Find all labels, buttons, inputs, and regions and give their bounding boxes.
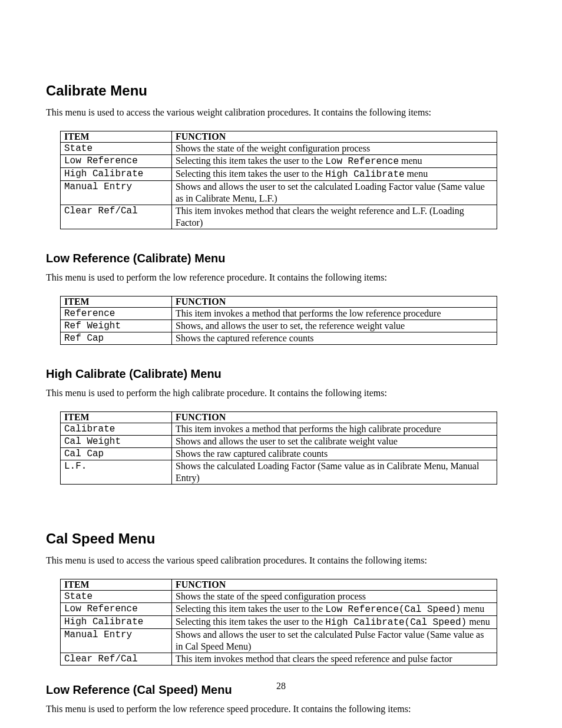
table-header-row: ITEM FUNCTION [61, 297, 497, 308]
function-cell: Shows, and allows the user to set, the r… [172, 320, 497, 332]
item-cell: Ref Cap [61, 332, 172, 345]
function-cell: This item invokes a method that performs… [172, 423, 497, 436]
section-heading: Cal Speed Menu [46, 531, 516, 547]
table-header-row: ITEM FUNCTION [61, 131, 497, 143]
col-function: FUNCTION [172, 297, 497, 308]
table-row: Clear Ref/CalThis item invokes method th… [61, 653, 497, 666]
mono-reference: Low Reference [325, 156, 399, 167]
table-row: Manual EntryShows and allows the user to… [61, 629, 497, 653]
mono-reference: High Calibrate [325, 169, 404, 180]
item-cell: State [61, 143, 172, 155]
function-cell: Selecting this item takes the user to th… [172, 616, 497, 629]
function-cell: Selecting this item takes the user to th… [172, 168, 497, 181]
function-cell: Shows and allows the user to set the cal… [172, 181, 497, 205]
item-cell: Ref Weight [61, 320, 172, 332]
item-cell: Calibrate [61, 423, 172, 436]
page-number: 28 [0, 681, 562, 691]
item-cell: Reference [61, 308, 172, 320]
table-row: High CalibrateSelecting this item takes … [61, 168, 497, 181]
col-item: ITEM [61, 297, 172, 308]
item-cell: Cal Weight [61, 436, 172, 448]
table-body: StateShows the state of the speed config… [61, 591, 497, 666]
table-body: ReferenceThis item invokes a method that… [61, 308, 497, 345]
item-cell: Low Reference [61, 155, 172, 168]
table-row: L.F.Shows the calculated Loading Factor … [61, 460, 497, 485]
table-row: Manual EntryShows and allows the user to… [61, 181, 497, 205]
function-cell: This item invokes a method that performs… [172, 308, 497, 320]
table-header-row: ITEM FUNCTION [61, 579, 497, 591]
high-calibrate-table: ITEM FUNCTION CalibrateThis item invokes… [60, 411, 497, 485]
function-cell: Shows the captured reference counts [172, 332, 497, 345]
section-intro: This menu is used to perform the low ref… [46, 272, 516, 283]
col-item: ITEM [61, 579, 172, 591]
function-cell: Selecting this item takes the user to th… [172, 155, 497, 168]
item-cell: Low Reference [61, 603, 172, 616]
function-cell: This item invokes method that clears the… [172, 205, 497, 229]
table-row: StateShows the state of the speed config… [61, 591, 497, 603]
table-row: Low ReferenceSelecting this item takes t… [61, 155, 497, 168]
low-reference-calibrate-table: ITEM FUNCTION ReferenceThis item invokes… [60, 296, 497, 345]
item-cell: Manual Entry [61, 629, 172, 653]
table-row: Ref WeightShows, and allows the user to … [61, 320, 497, 332]
section-intro: This menu is used to access the various … [46, 555, 516, 566]
table-row: StateShows the state of the weight confi… [61, 143, 497, 155]
item-cell: Clear Ref/Cal [61, 653, 172, 666]
section-intro: This menu is used to perform the low ref… [46, 704, 516, 714]
function-cell: Shows and allows the user to set the cal… [172, 436, 497, 448]
function-cell: Selecting this item takes the user to th… [172, 603, 497, 616]
item-cell: Manual Entry [61, 181, 172, 205]
table-row: High CalibrateSelecting this item takes … [61, 616, 497, 629]
table-body: StateShows the state of the weight confi… [61, 143, 497, 229]
section-heading: Low Reference (Calibrate) Menu [46, 252, 516, 265]
item-cell: High Calibrate [61, 616, 172, 629]
function-cell: Shows the raw captured calibrate counts [172, 448, 497, 460]
col-item: ITEM [61, 412, 172, 423]
function-cell: Shows the state of the weight configurat… [172, 143, 497, 155]
cal-speed-menu-table: ITEM FUNCTION StateShows the state of th… [60, 579, 497, 666]
section-heading: High Calibrate (Calibrate) Menu [46, 367, 516, 381]
table-row: Cal CapShows the raw captured calibrate … [61, 448, 497, 460]
item-cell: High Calibrate [61, 168, 172, 181]
mono-reference: High Calibrate(Cal Speed) [325, 617, 467, 628]
function-cell: Shows the calculated Loading Factor (Sam… [172, 460, 497, 485]
col-function: FUNCTION [172, 131, 497, 143]
function-cell: Shows the state of the speed configurati… [172, 591, 497, 603]
table-row: ReferenceThis item invokes a method that… [61, 308, 497, 320]
calibrate-menu-table: ITEM FUNCTION StateShows the state of th… [60, 131, 497, 229]
section-heading: Calibrate Menu [46, 83, 516, 99]
item-cell: Cal Cap [61, 448, 172, 460]
item-cell: Clear Ref/Cal [61, 205, 172, 229]
table-row: Ref CapShows the captured reference coun… [61, 332, 497, 345]
function-cell: Shows and allows the user to set the cal… [172, 629, 497, 653]
table-row: CalibrateThis item invokes a method that… [61, 423, 497, 436]
table-row: Low ReferenceSelecting this item takes t… [61, 603, 497, 616]
table-header-row: ITEM FUNCTION [61, 412, 497, 423]
function-cell: This item invokes method that clears the… [172, 653, 497, 666]
section-intro: This menu is used to access the various … [46, 107, 516, 118]
item-cell: L.F. [61, 460, 172, 485]
mono-reference: Low Reference(Cal Speed) [325, 604, 461, 615]
table-row: Clear Ref/CalThis item invokes method th… [61, 205, 497, 229]
col-item: ITEM [61, 131, 172, 143]
col-function: FUNCTION [172, 412, 497, 423]
table-body: CalibrateThis item invokes a method that… [61, 423, 497, 485]
table-row: Cal WeightShows and allows the user to s… [61, 436, 497, 448]
section-intro: This menu is used to perform the high ca… [46, 388, 516, 398]
col-function: FUNCTION [172, 579, 497, 591]
item-cell: State [61, 591, 172, 603]
